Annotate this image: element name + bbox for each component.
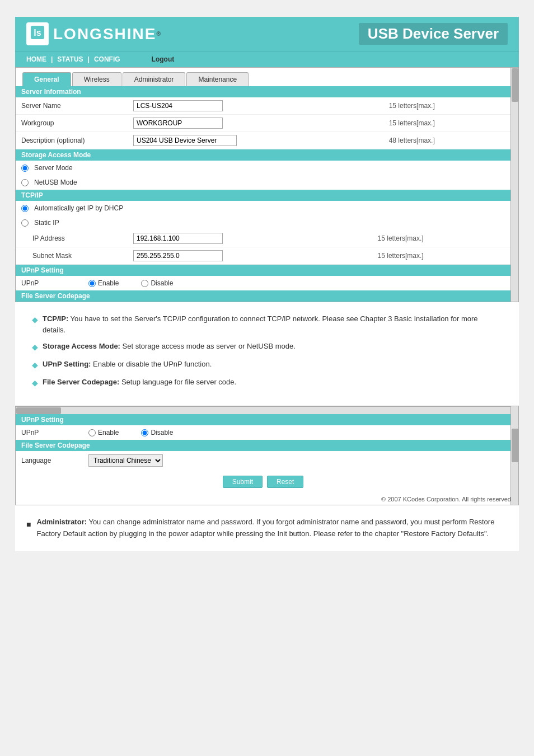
label-static-ip: Static IP <box>34 219 59 227</box>
nav-home[interactable]: HOME <box>22 54 51 65</box>
radio-upnp-disable[interactable] <box>141 280 148 287</box>
upnp-enable-option: Enable <box>88 279 119 287</box>
radio-dhcp[interactable] <box>21 205 29 212</box>
value-server-name <box>128 97 383 115</box>
submit-button[interactable]: Submit <box>223 476 263 488</box>
table-row: IP Address 15 letters[max.] <box>16 230 510 247</box>
bullet-upnp: ◆ UPnP Setting: Enable or disable the UP… <box>32 359 502 371</box>
upnp-disable-label: Disable <box>151 279 173 287</box>
input-subnet-mask[interactable] <box>133 250 223 261</box>
copyright: © 2007 KCodes Corporation. All rights re… <box>16 494 518 505</box>
input-server-name[interactable] <box>133 100 223 111</box>
language-row: Language Traditional Chinese Simplified … <box>16 451 510 470</box>
nav-status[interactable]: STATUS <box>53 54 87 65</box>
tcpip-table: IP Address 15 letters[max.] Subnet Mask … <box>16 230 510 265</box>
label-dhcp: Automatically get IP by DHCP <box>34 204 123 212</box>
section-file-server-2: File Server Codepage <box>16 440 510 451</box>
navbar: HOME | STATUS | CONFIG Logout <box>15 51 519 67</box>
bullet-storage-text: Storage Access Mode: Set storage access … <box>43 341 296 352</box>
radio-server-mode[interactable] <box>21 165 29 172</box>
static-ip-row: Static IP <box>16 215 510 230</box>
hint-subnet-mask: 15 letters[max.] <box>372 247 510 265</box>
language-select[interactable]: Traditional Chinese Simplified Chinese J… <box>88 454 163 467</box>
hscrollbar[interactable] <box>16 406 510 414</box>
bullets-section: ◆ TCP/IP: You have to set the Server's T… <box>15 302 519 406</box>
scroll-thumb <box>512 68 518 102</box>
tab-administrator[interactable]: Administrator <box>123 72 186 86</box>
bullet-tcpip: ◆ TCP/IP: You have to set the Server's T… <box>32 313 502 335</box>
scrollbar[interactable] <box>510 68 518 302</box>
nav-logout[interactable]: Logout <box>147 54 179 65</box>
value-subnet-mask <box>128 247 372 265</box>
label-netusb-mode: NetUSB Mode <box>34 179 77 186</box>
scrollbar-2[interactable] <box>510 406 518 505</box>
radio-upnp-disable-2[interactable] <box>141 429 148 436</box>
value-workgroup <box>128 115 383 132</box>
table-row: Description (optional) 48 letters[max.] <box>16 132 510 149</box>
radio-netusb-mode[interactable] <box>21 179 29 186</box>
storage-server-mode-row: Server Mode <box>16 161 510 175</box>
dhcp-row: Automatically get IP by DHCP <box>16 201 510 215</box>
upnp-row-2: UPnP Enable Disable <box>16 425 510 440</box>
button-row: Submit Reset <box>16 470 510 494</box>
second-panel: UPnP Setting UPnP Enable Disable File Se… <box>15 406 519 505</box>
upnp-enable-label-2: Enable <box>98 429 119 436</box>
radio-upnp-enable-2[interactable] <box>88 429 96 436</box>
tab-maintenance[interactable]: Maintenance <box>186 72 249 86</box>
bullet-fileserver: ◆ File Server Codepage: Setup language f… <box>32 377 502 389</box>
section-storage: Storage Access Mode <box>16 149 510 161</box>
square-icon: ■ <box>26 518 31 530</box>
bullet-tcpip-text: TCP/IP: You have to set the Server's TCP… <box>43 313 502 335</box>
page-wrapper: ls LONGSHINE® USB Device Server HOME | S… <box>15 17 519 551</box>
bullet-storage: ◆ Storage Access Mode: Set storage acces… <box>32 341 502 353</box>
label-subnet-mask: Subnet Mask <box>16 247 128 265</box>
panel-inner: General Wireless Administrator Maintenan… <box>16 68 518 302</box>
server-info-table: Server Name 15 letters[max.] Workgroup 1… <box>16 97 510 149</box>
nav-config[interactable]: CONFIG <box>90 54 125 65</box>
value-ip-address <box>128 230 372 247</box>
radio-static-ip[interactable] <box>21 219 29 227</box>
upnp-enable-option-2: Enable <box>88 429 119 436</box>
label-workgroup: Workgroup <box>16 115 128 132</box>
section-tcpip: TCP/IP <box>16 190 510 201</box>
upnp-disable-option-2: Disable <box>141 429 173 436</box>
bottom-bullet-admin: ■ Administrator: You can change administ… <box>26 516 508 540</box>
hscroll-thumb <box>16 407 61 414</box>
tab-general[interactable]: General <box>22 72 71 86</box>
input-workgroup[interactable] <box>133 118 223 129</box>
bottom-bullet-text: Administrator: You can change administra… <box>36 516 508 540</box>
upnp-disable-option: Disable <box>141 279 173 287</box>
page-title: USB Device Server <box>359 23 508 45</box>
value-description <box>128 132 383 149</box>
label-ip-address: IP Address <box>16 230 128 247</box>
header: ls LONGSHINE® USB Device Server <box>15 17 519 51</box>
diamond-icon: ◆ <box>32 359 38 371</box>
label-description: Description (optional) <box>16 132 128 149</box>
label-server-name: Server Name <box>16 97 128 115</box>
bullet-fileserver-text: File Server Codepage: Setup language for… <box>43 377 236 388</box>
reset-button[interactable]: Reset <box>267 476 303 488</box>
upnp-label-2: UPnP <box>21 429 88 436</box>
diamond-icon: ◆ <box>32 377 38 389</box>
hint-workgroup: 15 letters[max.] <box>383 115 510 132</box>
section-upnp: UPnP Setting <box>16 265 510 276</box>
radio-upnp-enable[interactable] <box>88 280 96 287</box>
bullet-upnp-text: UPnP Setting: Enable or disable the UPnP… <box>43 359 212 370</box>
upnp-label: UPnP <box>21 279 88 287</box>
diamond-icon: ◆ <box>32 314 38 326</box>
scroll-thumb-2 <box>512 429 518 462</box>
table-row: Subnet Mask 15 letters[max.] <box>16 247 510 265</box>
language-label: Language <box>21 457 88 464</box>
hint-ip-address: 15 letters[max.] <box>372 230 510 247</box>
section-server-info: Server Information <box>16 86 510 97</box>
logo-area: ls LONGSHINE® <box>26 22 161 45</box>
input-description[interactable] <box>133 135 237 146</box>
svg-text:ls: ls <box>34 28 41 37</box>
logo-icon: ls <box>26 22 49 45</box>
diamond-icon: ◆ <box>32 341 38 353</box>
logo-text: LONGSHINE <box>53 25 156 43</box>
upnp-enable-label: Enable <box>98 279 119 287</box>
input-ip-address[interactable] <box>133 233 223 244</box>
tab-wireless[interactable]: Wireless <box>72 72 121 86</box>
admin-bold: Administrator: <box>36 518 87 526</box>
